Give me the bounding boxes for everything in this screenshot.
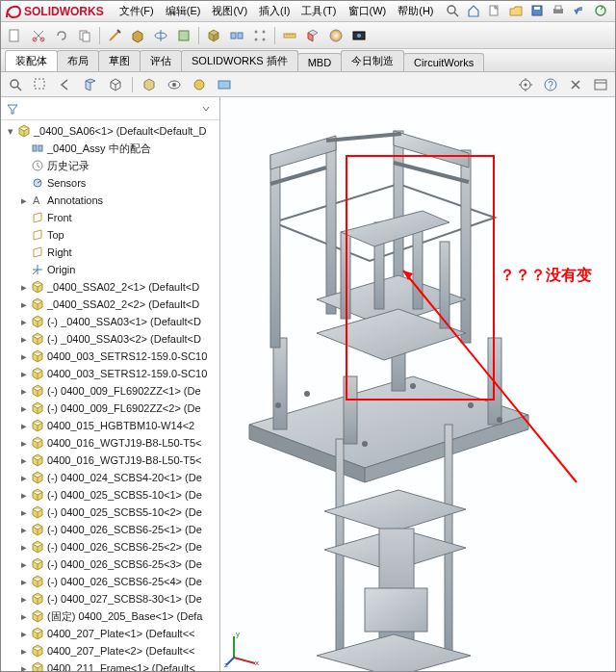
pattern-icon[interactable]: [251, 27, 269, 44]
prev-view-icon[interactable]: [57, 76, 74, 93]
expand-icon[interactable]: ▸: [18, 628, 30, 640]
tree-root[interactable]: ▾ _0400_SA06<1> (Default<Default_D: [1, 122, 219, 140]
expand-icon[interactable]: ▸: [18, 194, 30, 207]
tree-part[interactable]: ▸(-) 0400_009_FL6902ZZ<2> (De: [1, 400, 219, 417]
expand-icon[interactable]: ▸: [18, 420, 30, 432]
section-view-icon[interactable]: [82, 76, 99, 93]
collapse-icon[interactable]: ▾: [5, 125, 16, 138]
tab-assembly[interactable]: 装配体: [5, 50, 58, 71]
tree-part[interactable]: ▸_0400_SSA02_2<1> (Default<D: [1, 278, 219, 296]
tree-part[interactable]: ▸0400_016_WGTJ19-B8-L50-T5<: [1, 434, 219, 452]
tab-mbd[interactable]: MBD: [297, 53, 342, 71]
search-icon[interactable]: [446, 4, 459, 19]
expand-icon[interactable]: ▸: [18, 541, 30, 554]
menu-help[interactable]: 帮助(H): [392, 4, 439, 18]
expand-icon[interactable]: ▸: [18, 402, 30, 415]
expand-icon[interactable]: ▸: [18, 350, 30, 363]
expand-icon[interactable]: [198, 101, 214, 116]
expand-icon[interactable]: ▸: [18, 506, 30, 519]
expand-icon[interactable]: ▸: [18, 576, 30, 588]
tab-layout[interactable]: 布局: [57, 50, 99, 71]
tab-addins[interactable]: SOLIDWORKS 插件: [181, 50, 298, 71]
tree-front-plane[interactable]: Front: [1, 209, 219, 226]
expand-icon[interactable]: ▸: [18, 333, 30, 346]
tree-part[interactable]: ▸(-) _0400_SSA03<1> (Default<D: [1, 313, 219, 330]
tree-part[interactable]: ▸(-) 0400_026_SCBS6-25<4> (De: [1, 573, 219, 590]
save-icon[interactable]: [530, 4, 546, 19]
zoom-fit-icon[interactable]: [7, 76, 24, 93]
rebuild-icon[interactable]: [594, 4, 609, 19]
feature-icon[interactable]: [175, 27, 192, 44]
tree-part[interactable]: ▸(-) 0400_026_SCBS6-25<3> (De: [1, 556, 219, 573]
expand-icon[interactable]: ▸: [18, 662, 30, 672]
cut-icon[interactable]: [30, 27, 47, 44]
display-style-icon[interactable]: [141, 76, 158, 93]
expand-icon[interactable]: ▸: [18, 524, 30, 536]
menu-tools[interactable]: 工具(T): [295, 4, 342, 18]
expand-icon[interactable]: ▸: [18, 454, 30, 467]
tree-part[interactable]: ▸_0400_SSA02_2<2> (Default<D: [1, 296, 219, 313]
tree-part[interactable]: ▸0400_015_HGBTBM10-W14<2: [1, 417, 219, 434]
view-orient-icon[interactable]: [107, 76, 124, 93]
tree-annotations[interactable]: ▸AAnnotations: [1, 192, 219, 209]
expand-icon[interactable]: ▸: [18, 437, 30, 450]
zoom-area-icon[interactable]: [32, 76, 49, 93]
hide-show-icon[interactable]: [166, 76, 183, 93]
tab-evaluate[interactable]: 评估: [140, 50, 182, 71]
menu-window[interactable]: 窗口(W): [343, 4, 393, 18]
sketch-icon[interactable]: [106, 27, 123, 44]
extrude-icon[interactable]: [129, 27, 146, 44]
tree-part[interactable]: ▸(-) _0400_SSA03<2> (Default<D: [1, 330, 219, 348]
view-settings-icon[interactable]: [517, 76, 534, 93]
menu-view[interactable]: 视图(V): [206, 4, 253, 18]
window-icon[interactable]: [592, 76, 609, 93]
new-doc-icon[interactable]: [7, 27, 24, 44]
section-icon[interactable]: [304, 27, 321, 44]
expand-icon[interactable]: ▸: [18, 558, 30, 571]
tree-part[interactable]: ▸(-) 0400_027_SCBS8-30<1> (De: [1, 590, 219, 607]
tree-part[interactable]: ▸0400_211_Frame<1> (Default<: [1, 659, 219, 671]
link-icon[interactable]: [53, 27, 70, 44]
expand-icon[interactable]: ▸: [18, 368, 30, 380]
open-icon[interactable]: [509, 4, 525, 19]
expand-icon[interactable]: ▸: [18, 489, 30, 502]
tree-mates[interactable]: _0400_Assy 中的配合: [1, 140, 219, 157]
tree-part[interactable]: ▸0400_016_WGTJ19-B8-L50-T5<: [1, 452, 219, 469]
tree-part[interactable]: ▸(-) 0400_025_SCBS5-10<2> (De: [1, 504, 219, 521]
tree-origin[interactable]: Origin: [1, 261, 219, 278]
revolve-icon[interactable]: [152, 27, 169, 44]
feature-tree[interactable]: ▾ _0400_SA06<1> (Default<Default_D _0400…: [1, 120, 219, 671]
tree-part[interactable]: ▸0400_207_Plate<1> (Default<<: [1, 625, 219, 642]
menu-insert[interactable]: 插入(I): [253, 4, 295, 18]
expand-icon[interactable]: ▸: [18, 281, 30, 294]
tree-sensors[interactable]: Sensors: [1, 174, 219, 192]
filter-icon[interactable]: [5, 101, 20, 116]
tree-part[interactable]: ▸(固定) 0400_205_Base<1> (Defa: [1, 607, 219, 625]
help-icon[interactable]: ?: [542, 76, 559, 93]
tree-part[interactable]: ▸0400_003_SETRS12-159.0-SC10: [1, 365, 219, 382]
view-triad[interactable]: y x z: [224, 629, 263, 667]
expand-icon[interactable]: ▸: [18, 316, 30, 328]
edit-appearance-icon[interactable]: [191, 76, 208, 93]
mate-icon[interactable]: [228, 27, 245, 44]
menu-edit[interactable]: 编辑(E): [160, 4, 207, 18]
new-icon[interactable]: [488, 4, 503, 19]
undo-icon[interactable]: [573, 4, 588, 19]
graphics-viewport[interactable]: ？？？没有变 y x z: [220, 97, 615, 671]
tab-circuitworks[interactable]: CircuitWorks: [403, 53, 484, 71]
tree-part[interactable]: ▸(-) 0400_026_SCBS6-25<2> (De: [1, 538, 219, 556]
appearance-icon[interactable]: [327, 27, 345, 44]
home-icon[interactable]: [467, 4, 482, 19]
expand-icon[interactable]: ▸: [18, 645, 30, 658]
menu-file[interactable]: 文件(F): [114, 4, 160, 18]
assembly-icon[interactable]: [205, 27, 222, 44]
apply-scene-icon[interactable]: [216, 76, 233, 93]
expand-icon[interactable]: ▸: [18, 298, 30, 311]
expand-icon[interactable]: ▸: [18, 385, 30, 398]
tab-today[interactable]: 今日制造: [341, 50, 404, 71]
tree-part[interactable]: ▸(-) 0400_024_SCBS4-20<1> (De: [1, 469, 219, 486]
tree-part[interactable]: ▸0400_207_Plate<2> (Default<<: [1, 642, 219, 659]
tree-part[interactable]: ▸(-) 0400_025_SCBS5-10<1> (De: [1, 486, 219, 504]
copy-icon[interactable]: [76, 27, 93, 44]
tree-right-plane[interactable]: Right: [1, 244, 219, 261]
